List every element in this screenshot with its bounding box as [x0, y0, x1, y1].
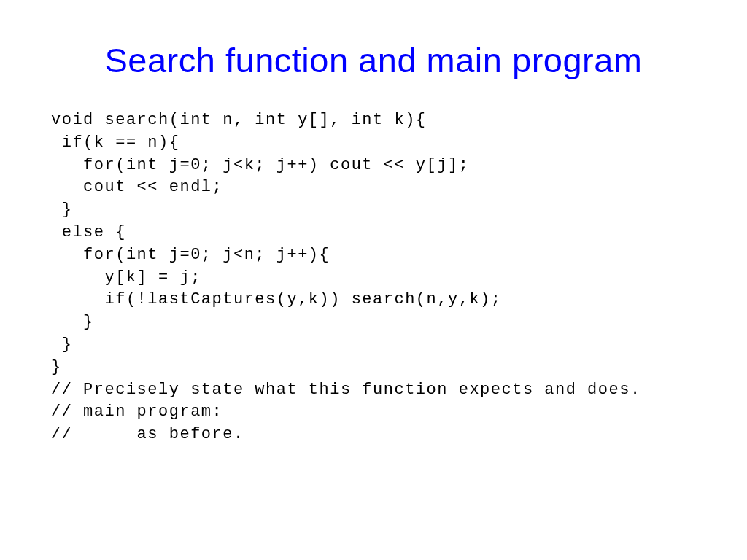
slide-container: Search function and main program void se… [0, 0, 747, 560]
code-block: void search(int n, int y[], int k){ if(k… [51, 109, 696, 446]
slide-title: Search function and main program [51, 40, 696, 80]
